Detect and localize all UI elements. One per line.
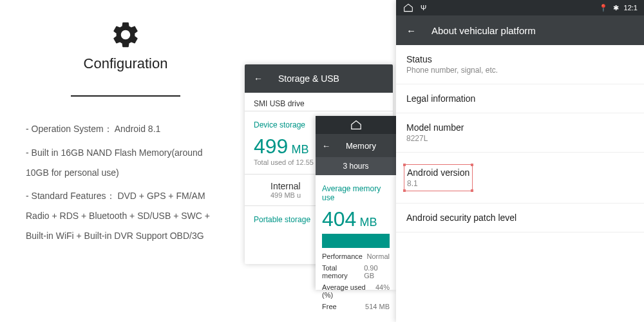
config-title: Configuration xyxy=(71,55,180,76)
about-screenshot: Ψ 📍 ✱ 12:1 ← About vehicular platform St… xyxy=(396,0,644,322)
title-underline xyxy=(71,95,180,97)
memory-header-title: Memory xyxy=(346,141,376,151)
memory-screenshot: ← Memory 3 hours Average memory use 404 … xyxy=(316,116,396,290)
memory-usage-bar xyxy=(322,234,390,248)
config-line-os: - Operation System： Android 8.1 xyxy=(26,119,225,139)
free-mem-row: Free514 MB xyxy=(316,301,396,312)
avg-memory-value: 404 MB xyxy=(316,205,396,231)
legal-title: Legal information xyxy=(406,93,634,104)
usb-icon: Ψ xyxy=(421,4,426,12)
model-title: Model number xyxy=(406,122,634,133)
legal-item[interactable]: Legal information xyxy=(396,84,644,113)
avg-memory-label: Average memory use xyxy=(316,175,396,205)
back-arrow-icon[interactable]: ← xyxy=(322,141,330,151)
config-line-memory: - Built in 16GB NAND Flash Memory(around… xyxy=(26,143,225,183)
patch-level-item[interactable]: Android security patch level xyxy=(396,204,644,232)
storage-header: ← Storage & USB xyxy=(245,64,393,93)
status-bar: Ψ 📍 ✱ 12:1 xyxy=(396,0,644,15)
highlight-box: Android version 8.1 xyxy=(404,164,473,191)
memory-header: ← Memory xyxy=(316,134,396,157)
config-panel: Configuration - Operation System： Androi… xyxy=(0,0,245,322)
storage-header-title: Storage & USB xyxy=(278,73,339,84)
status-item[interactable]: Status Phone number, signal, etc. xyxy=(396,45,644,84)
android-version-item[interactable]: Android version 8.1 xyxy=(396,153,644,204)
bluetooth-icon: ✱ xyxy=(613,4,619,12)
avg-pct-row: Average used (%)44% xyxy=(316,281,396,301)
model-item[interactable]: Model number 8227L xyxy=(396,113,644,153)
gear-icon xyxy=(26,19,225,50)
memory-nav-bar xyxy=(316,116,396,134)
status-title: Status xyxy=(406,54,634,64)
about-header-title: About vehicular platform xyxy=(431,25,536,36)
home-icon[interactable] xyxy=(350,120,363,130)
back-arrow-icon[interactable]: ← xyxy=(406,25,416,36)
smi-label[interactable]: SMI USB drive xyxy=(245,93,393,111)
status-sub: Phone number, signal, etc. xyxy=(406,66,634,75)
about-header: ← About vehicular platform xyxy=(396,15,644,45)
back-arrow-icon[interactable]: ← xyxy=(254,73,263,84)
perf-row: PerformanceNormal xyxy=(316,251,396,262)
model-sub: 8227L xyxy=(406,134,634,143)
total-mem-row: Total memory0.90 GB xyxy=(316,262,396,281)
status-time: 12:1 xyxy=(624,4,638,12)
config-line-features: - Standard Features： DVD + GPS + FM/AM R… xyxy=(26,186,225,245)
android-version-title: Android version xyxy=(407,167,469,178)
android-version-sub: 8.1 xyxy=(407,179,469,188)
memory-duration-tab[interactable]: 3 hours xyxy=(316,157,396,175)
location-icon: 📍 xyxy=(599,4,608,12)
home-icon[interactable] xyxy=(402,3,414,12)
patch-title: Android security patch level xyxy=(406,213,634,223)
